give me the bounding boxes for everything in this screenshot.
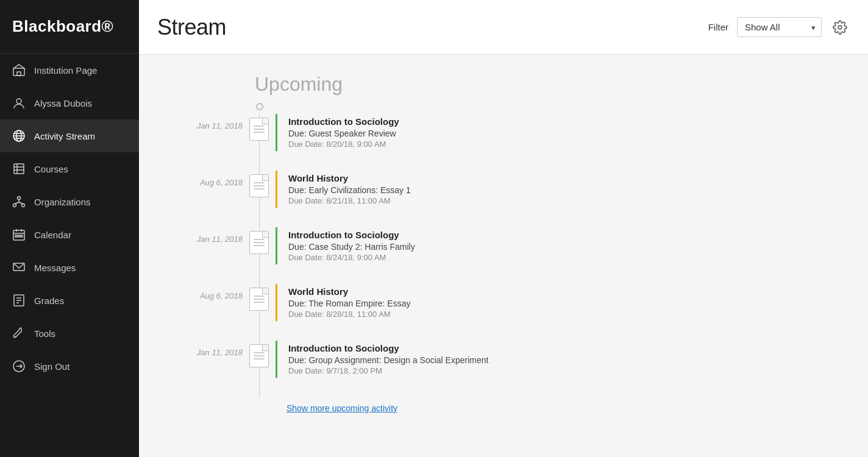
content-date: Due Date: 9/7/18, 2:00 PM: [288, 366, 831, 375]
filter-select[interactable]: Show All Courses Organizations: [737, 17, 822, 37]
courses-icon: [12, 162, 26, 175]
app-logo: Blackboard®: [0, 0, 139, 54]
doc-icon: [249, 231, 269, 254]
doc-line: [254, 242, 265, 243]
doc-line: [254, 299, 265, 300]
timeline-content[interactable]: Introduction to Sociology Due: Case Stud…: [276, 227, 831, 264]
svg-rect-23: [18, 235, 20, 237]
content-course: Introduction to Sociology: [288, 343, 831, 353]
timeline-content[interactable]: Introduction to Sociology Due: Group Ass…: [276, 341, 831, 378]
sidebar-item-sign-out[interactable]: Sign Out: [0, 350, 139, 383]
doc-line: [254, 296, 265, 297]
doc-icon: [249, 174, 269, 197]
timeline-date: Aug 6, 2018: [176, 171, 243, 187]
sidebar-item-activity-stream[interactable]: Activity Stream: [0, 119, 139, 152]
svg-rect-1: [17, 72, 21, 76]
doc-icon: [249, 118, 269, 141]
sidebar-item-courses[interactable]: Courses: [0, 152, 139, 185]
main-content: Stream Filter Show All Courses Organizat…: [139, 0, 868, 457]
sidebar-item-messages[interactable]: Messages: [0, 251, 139, 284]
sidebar: Blackboard® Institution Page Alyssa: [0, 0, 139, 457]
calendar-icon: [12, 228, 26, 241]
content-due: Due: Guest Speaker Review: [288, 129, 831, 138]
messages-icon: [12, 261, 26, 274]
svg-point-12: [18, 197, 21, 200]
filter-label: Filter: [708, 22, 728, 32]
timeline-item: Jan 11, 2018 Introduction to Sociology D…: [176, 114, 831, 151]
timeline-top-dot: [256, 103, 263, 110]
sidebar-item-calendar[interactable]: Calendar: [0, 218, 139, 251]
filter-select-wrapper[interactable]: Show All Courses Organizations: [737, 17, 822, 37]
doc-icon: [249, 288, 269, 311]
doc-line: [254, 182, 265, 183]
header-controls: Filter Show All Courses Organizations: [708, 17, 850, 37]
doc-line: [254, 126, 265, 127]
timeline-icon-wrap: [243, 341, 276, 367]
sidebar-item-grades[interactable]: Grades: [0, 284, 139, 317]
timeline-icon-wrap: [243, 227, 276, 254]
content-due: Due: The Roman Empire: Essay: [288, 299, 831, 308]
sidebar-item-alyssa-dubois[interactable]: Alyssa Dubois: [0, 87, 139, 119]
sidebar-item-sign-out-label: Sign Out: [34, 361, 69, 372]
sidebar-item-courses-label: Courses: [34, 164, 68, 174]
user-icon: [12, 96, 26, 110]
timeline-content[interactable]: Introduction to Sociology Due: Guest Spe…: [276, 114, 831, 151]
signout-icon: [12, 360, 26, 373]
doc-line: [254, 358, 265, 360]
timeline-icon-wrap: [243, 114, 276, 141]
doc-line: [254, 129, 265, 130]
sidebar-item-tools[interactable]: Tools: [0, 317, 139, 350]
doc-line: [254, 239, 265, 240]
sidebar-item-calendar-label: Calendar: [34, 230, 71, 240]
sidebar-item-messages-label: Messages: [34, 263, 76, 273]
sidebar-item-institution-page[interactable]: Institution Page: [0, 54, 139, 87]
timeline-item: Jan 11, 2018 Introduction to Sociology D…: [176, 341, 831, 378]
show-more-link[interactable]: Show more upcoming activity: [286, 403, 397, 413]
timeline-icon-wrap: [243, 171, 276, 197]
timeline-date: Jan 11, 2018: [176, 341, 243, 357]
sidebar-item-institution-page-label: Institution Page: [34, 65, 97, 76]
sidebar-item-alyssa-dubois-label: Alyssa Dubois: [34, 98, 92, 108]
doc-line: [254, 185, 265, 186]
sidebar-item-tools-label: Tools: [34, 328, 55, 339]
grades-icon: [12, 294, 26, 307]
svg-point-13: [13, 204, 16, 207]
doc-line: [254, 352, 265, 353]
sidebar-nav: Institution Page Alyssa Dubois: [0, 54, 139, 457]
timeline-content[interactable]: World History Due: The Roman Empire: Ess…: [276, 284, 831, 321]
svg-point-2: [16, 99, 21, 104]
content-course: Introduction to Sociology: [288, 230, 831, 240]
svg-line-17: [19, 202, 23, 204]
timeline-icon-wrap: [243, 284, 276, 311]
sidebar-item-activity-stream-label: Activity Stream: [34, 131, 95, 141]
settings-button[interactable]: [830, 18, 850, 37]
upcoming-title: Upcoming: [255, 73, 831, 96]
doc-icon: [249, 344, 269, 367]
svg-rect-8: [14, 164, 24, 174]
content-date: Due Date: 8/20/18, 9:00 AM: [288, 140, 831, 149]
gear-icon: [833, 20, 847, 35]
sidebar-item-grades-label: Grades: [34, 296, 64, 306]
content-due: Due: Case Study 2: Harris Family: [288, 242, 831, 252]
tools-icon: [12, 327, 26, 340]
sidebar-item-organizations[interactable]: Organizations: [0, 185, 139, 218]
doc-line: [254, 188, 265, 190]
timeline-content[interactable]: World History Due: Early Civilizations: …: [276, 171, 831, 208]
timeline-date: Jan 11, 2018: [176, 227, 243, 244]
content-date: Due Date: 8/24/18, 9:00 AM: [288, 253, 831, 262]
timeline-date: Jan 11, 2018: [176, 114, 243, 130]
timeline-item: Aug 6, 2018 World History Due: Early Civ…: [176, 171, 831, 208]
timeline-item: Aug 6, 2018 World History Due: The Roman…: [176, 284, 831, 321]
org-icon: [12, 195, 26, 208]
timeline-date: Aug 6, 2018: [176, 284, 243, 300]
content-date: Due Date: 8/28/18, 11:00 AM: [288, 310, 831, 319]
institution-icon: [12, 63, 26, 77]
doc-line: [254, 245, 265, 246]
svg-rect-22: [15, 235, 17, 237]
doc-line: [254, 302, 265, 303]
svg-rect-24: [21, 235, 23, 237]
timeline-item: Jan 11, 2018 Introduction to Sociology D…: [176, 227, 831, 264]
content-course: Introduction to Sociology: [288, 116, 831, 127]
svg-point-14: [22, 204, 25, 207]
content-course: World History: [288, 286, 831, 297]
